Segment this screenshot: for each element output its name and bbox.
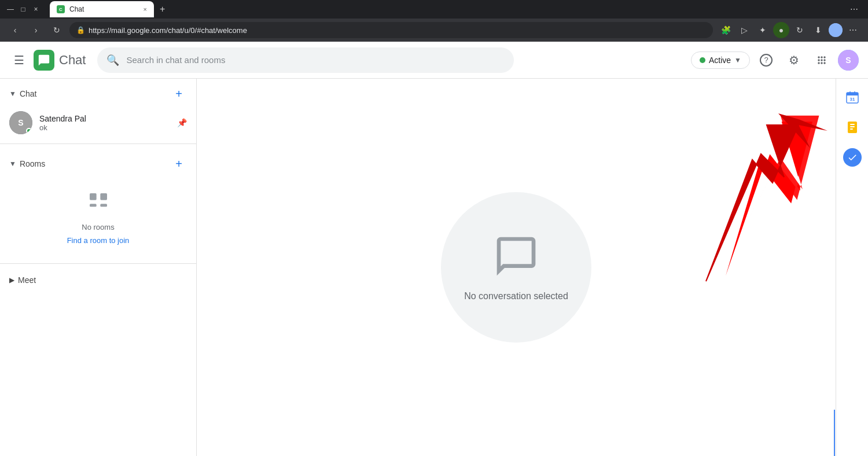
svg-marker-5 <box>693 116 819 326</box>
new-chat-button[interactable]: + <box>171 86 187 102</box>
tab-bar: C Chat × + <box>50 0 841 19</box>
no-conversation-text: No conversation selected <box>464 291 568 301</box>
settings-button[interactable]: ⚙ <box>782 49 806 72</box>
meet-section-label: Meet <box>18 275 36 285</box>
divider-2 <box>0 263 196 264</box>
chevron-down-icon: ▼ <box>734 56 741 64</box>
apps-grid-icon <box>816 54 827 66</box>
chat-chevron-icon: ▼ <box>9 90 16 98</box>
rooms-section-header[interactable]: ▼ Rooms + <box>0 149 196 176</box>
topbar-actions: Active ▼ ? ⚙ S <box>691 49 859 72</box>
tab-close-button[interactable]: × <box>144 6 147 13</box>
svg-rect-15 <box>850 124 855 125</box>
new-tab-button[interactable]: + <box>156 4 168 14</box>
vertical-line <box>834 410 835 456</box>
chat-bubble-icon <box>493 233 539 282</box>
nav-icon-4[interactable]: ↻ <box>792 22 808 38</box>
divider <box>0 144 196 144</box>
nav-actions: 🧩 ▷ ✦ ● ↻ ⬇ ⋯ <box>718 22 861 38</box>
meet-chevron-icon: ▶ <box>9 276 14 284</box>
close-button[interactable]: × <box>31 5 41 14</box>
contact-name: Satendra Pal <box>39 114 170 123</box>
sidebar: ▼ Chat + S Satendra Pal ok 📌 <box>0 79 197 456</box>
app-logo: Chat <box>34 50 86 71</box>
address-bar[interactable]: 🔒 https://mail.google.com/chat/u/0/#chat… <box>69 22 713 38</box>
active-tab[interactable]: C Chat × <box>50 1 154 17</box>
svg-rect-3 <box>100 204 107 207</box>
svg-marker-4 <box>715 121 814 311</box>
find-room-link[interactable]: Find a room to join <box>67 236 130 245</box>
meet-section: ▶ Meet <box>0 269 196 292</box>
browser-menu-button[interactable]: ⋯ <box>845 22 861 38</box>
search-input[interactable]: Search in chat and rooms <box>126 55 505 65</box>
user-avatar[interactable]: S <box>838 50 859 71</box>
no-rooms-text: No rooms <box>82 223 114 231</box>
minimize-button[interactable]: — <box>6 5 15 14</box>
google-keep-button[interactable] <box>841 116 864 139</box>
chat-preview: ok <box>39 123 170 132</box>
chat-section-title-row: ▼ Chat <box>9 89 36 98</box>
tab-title: Chat <box>69 5 84 13</box>
browser-navbar: ‹ › ↻ 🔒 https://mail.google.com/chat/u/0… <box>0 19 868 42</box>
app-wrapper: ☰ Chat 🔍 Search in chat and rooms Active… <box>0 42 868 456</box>
window-controls: — □ × <box>6 5 41 14</box>
back-button[interactable]: ‹ <box>7 22 23 38</box>
svg-text:31: 31 <box>849 97 855 102</box>
chat-item[interactable]: S Satendra Pal ok 📌 <box>0 106 196 139</box>
search-icon: 🔍 <box>106 54 119 67</box>
help-button[interactable]: ? <box>755 49 778 72</box>
address-text: https://mail.google.com/chat/u/0/#chat/w… <box>89 26 247 35</box>
pin-icon: 📌 <box>177 118 187 127</box>
nav-icon-2[interactable]: ✦ <box>755 22 771 38</box>
chat-section-label: Chat <box>20 89 37 98</box>
nav-icon-1[interactable]: ▷ <box>736 22 752 38</box>
chat-info: Satendra Pal ok <box>39 114 170 132</box>
maximize-button[interactable]: □ <box>19 5 28 14</box>
reload-button[interactable]: ↻ <box>49 22 65 38</box>
new-room-button[interactable]: + <box>171 156 187 172</box>
rooms-section-title-row: ▼ Rooms <box>9 159 45 168</box>
browser-titlebar: — □ × C Chat × + ⋯ <box>0 0 868 19</box>
google-calendar-button[interactable]: 31 <box>841 86 864 109</box>
browser-profile-avatar[interactable] <box>829 23 843 37</box>
svg-rect-16 <box>850 126 855 127</box>
question-mark-icon: ? <box>760 54 773 67</box>
app-topbar: ☰ Chat 🔍 Search in chat and rooms Active… <box>0 42 868 79</box>
search-bar[interactable]: 🔍 Search in chat and rooms <box>97 47 514 73</box>
browser-more-button[interactable]: ⋯ <box>846 1 862 17</box>
svg-marker-7 <box>778 113 827 148</box>
active-status-button[interactable]: Active ▼ <box>691 52 750 69</box>
nav-icon-3[interactable]: ● <box>773 22 789 38</box>
empty-state-circle: No conversation selected <box>441 192 591 343</box>
svg-marker-6 <box>706 125 799 281</box>
extensions-button[interactable]: 🧩 <box>718 22 734 38</box>
center-content: No conversation selected <box>197 79 836 456</box>
rooms-chevron-icon: ▼ <box>9 160 16 168</box>
rooms-section-label: Rooms <box>20 159 45 168</box>
contact-avatar: S <box>9 111 32 134</box>
svg-rect-0 <box>90 193 97 200</box>
google-apps-button[interactable] <box>810 49 833 72</box>
download-button[interactable]: ⬇ <box>810 22 826 38</box>
app-title: Chat <box>59 53 86 68</box>
svg-rect-10 <box>847 94 858 95</box>
right-panel: 31 <box>836 79 868 456</box>
tab-favicon: C <box>57 5 65 13</box>
empty-state: No conversation selected <box>441 192 591 343</box>
svg-rect-17 <box>850 128 853 130</box>
rooms-empty-state: No rooms Find a room to join <box>0 176 196 259</box>
chat-logo-icon <box>34 50 54 71</box>
active-dot <box>700 57 705 63</box>
lock-icon: 🔒 <box>76 26 85 34</box>
svg-rect-2 <box>90 204 97 207</box>
gear-icon: ⚙ <box>789 53 799 67</box>
chat-section-header[interactable]: ▼ Chat + <box>0 79 196 106</box>
svg-rect-1 <box>100 193 107 200</box>
hamburger-menu-button[interactable]: ☰ <box>9 49 29 72</box>
google-tasks-button[interactable] <box>841 146 864 169</box>
forward-button[interactable]: › <box>28 22 44 38</box>
meet-section-header[interactable]: ▶ Meet <box>9 275 187 285</box>
online-status-indicator <box>26 128 32 134</box>
main-area: ▼ Chat + S Satendra Pal ok 📌 <box>0 79 868 456</box>
active-label: Active <box>709 56 731 65</box>
